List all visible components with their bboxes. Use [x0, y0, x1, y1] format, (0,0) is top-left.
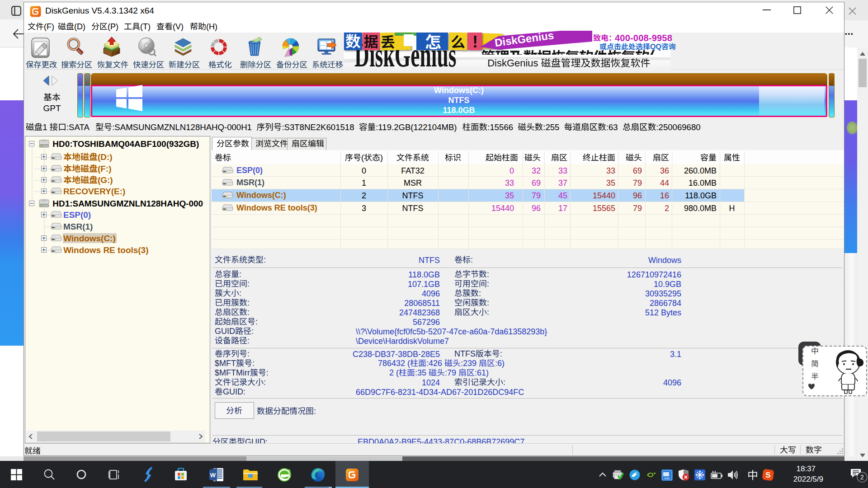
svg-text:(F): (F) — [44, 22, 54, 31]
svg-text:2: 2 — [860, 474, 864, 481]
svg-text::SATA: :SATA — [66, 122, 90, 132]
svg-text::: : — [314, 407, 316, 416]
svg-text:RECOVERY(E:): RECOVERY(E:) — [63, 187, 125, 196]
svg-text:(D:): (D:) — [98, 152, 113, 162]
svg-text:(H): (H) — [206, 22, 217, 31]
svg-text::119.2GB(122104MB): :119.2GB(122104MB) — [376, 122, 457, 132]
svg-text:Windows(C:): Windows(C:) — [63, 234, 116, 243]
svg-text:Windows(C:): Windows(C:) — [236, 191, 286, 200]
svg-text:2 (: 2 ( — [389, 368, 399, 377]
svg-text::S3T8NE2K601518: :S3T8NE2K601518 — [282, 122, 354, 132]
svg-text::: : — [266, 368, 269, 377]
svg-text:(G:): (G:) — [98, 175, 113, 185]
svg-text:HD1:SAMSUNGMZNLN128HAHQ-000: HD1:SAMSUNGMZNLN128HAHQ-000 — [52, 199, 203, 208]
svg-text::35: :35 — [415, 368, 426, 377]
svg-text:intel: intel — [664, 477, 669, 479]
svg-text:ESP(0): ESP(0) — [63, 210, 91, 220]
svg-text:GUID:: GUID: — [245, 437, 268, 443]
svg-text:(F:): (F:) — [98, 164, 112, 174]
svg-text::255: :255 — [543, 122, 559, 132]
svg-text::: : — [487, 308, 489, 317]
svg-text::63: :63 — [606, 122, 618, 132]
svg-text::: : — [255, 317, 258, 326]
svg-text::: : — [247, 336, 250, 345]
svg-text::: : — [247, 279, 250, 288]
svg-text::: : — [471, 255, 473, 264]
svg-text::: : — [503, 378, 505, 387]
svg-text:S: S — [765, 471, 770, 479]
svg-text:QQ: QQ — [650, 43, 661, 51]
svg-text:MSR(1): MSR(1) — [63, 222, 93, 231]
svg-text::250069680: :250069680 — [656, 122, 700, 132]
svg-text:(P): (P) — [108, 22, 118, 31]
svg-text:(: ( — [361, 153, 364, 162]
svg-text:(T): (T) — [140, 22, 151, 31]
svg-text::6): :6) — [495, 359, 505, 368]
svg-text:Windows RE tools(3): Windows RE tools(3) — [63, 245, 148, 255]
svg-text::: : — [251, 327, 254, 336]
svg-text:GUID:: GUID: — [223, 387, 245, 396]
svg-text::: : — [264, 378, 266, 387]
svg-text:(D): (D) — [74, 22, 85, 31]
svg-text:): ) — [380, 153, 383, 162]
svg-text::: : — [264, 255, 266, 264]
svg-text:Windows RE tools(3): Windows RE tools(3) — [236, 203, 317, 212]
svg-text::15566: :15566 — [487, 122, 513, 132]
svg-text:MSR(1): MSR(1) — [236, 178, 264, 187]
svg-text:1: 1 — [42, 122, 47, 132]
svg-text::: : — [487, 279, 489, 288]
svg-text:ESP(0): ESP(0) — [236, 166, 263, 175]
svg-text:W: W — [210, 472, 216, 479]
svg-text:HD0:TOSHIBAMQ04ABF100(932GB): HD0:TOSHIBAMQ04ABF100(932GB) — [52, 139, 199, 149]
svg-text:(V): (V) — [173, 22, 184, 31]
svg-text::SAMSUNGMZNLN128HAHQ-000H1: :SAMSUNGMZNLN128HAHQ-000H1 — [112, 122, 252, 132]
svg-text:DiskGenius: DiskGenius — [487, 57, 538, 69]
